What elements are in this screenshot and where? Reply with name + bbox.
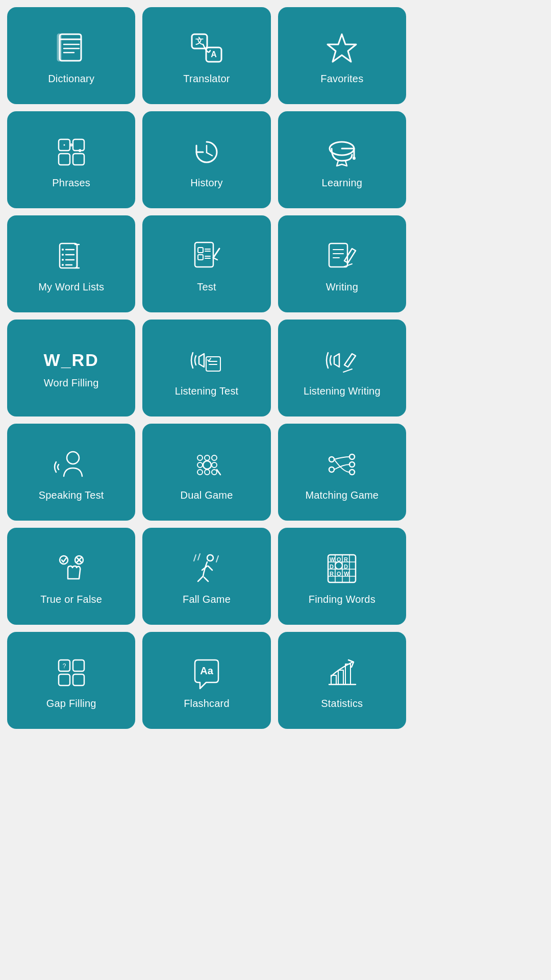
speakingtest-icon — [54, 447, 89, 482]
tile-dual-game[interactable]: Dual Game — [142, 424, 270, 521]
tile-finding-words[interactable]: W O R D D R O W Finding Words — [278, 528, 406, 625]
true-or-false-label: True or False — [40, 594, 102, 605]
svg-point-21 — [353, 157, 356, 160]
svg-rect-104 — [345, 664, 350, 684]
history-label: History — [190, 177, 223, 189]
tile-history[interactable]: History — [142, 111, 270, 208]
svg-rect-5 — [58, 34, 61, 61]
svg-text:W: W — [344, 571, 349, 577]
trueorfalse-icon — [54, 551, 89, 586]
svg-text:R: R — [344, 556, 348, 562]
tile-speaking-test[interactable]: Speaking Test — [7, 424, 135, 521]
findingwords-icon: W O R D D R O W — [324, 551, 360, 586]
listening-writing-label: Listening Writing — [304, 385, 381, 397]
tile-translator[interactable]: 文 A Translator — [142, 7, 270, 104]
svg-point-57 — [205, 455, 210, 460]
svg-point-63 — [205, 470, 210, 475]
word-fill-text: W_RD — [44, 350, 99, 370]
tile-learning[interactable]: Learning — [278, 111, 406, 208]
svg-rect-36 — [198, 248, 203, 253]
svg-rect-12 — [73, 139, 84, 151]
matchinggame-icon — [324, 447, 360, 482]
svg-rect-102 — [331, 675, 336, 684]
svg-point-56 — [197, 455, 203, 460]
tile-matching-game[interactable]: Matching Game — [278, 424, 406, 521]
finding-words-label: Finding Words — [309, 594, 375, 605]
translator-icon: 文 A — [189, 30, 224, 66]
svg-point-75 — [207, 555, 213, 561]
tile-listening-test[interactable]: Listening Test — [142, 320, 270, 416]
svg-point-28 — [62, 259, 64, 261]
matching-game-label: Matching Game — [305, 489, 379, 501]
tile-dictionary[interactable]: Dictionary — [7, 7, 135, 104]
svg-point-26 — [62, 254, 64, 256]
tile-phrases[interactable]: Phrases — [7, 111, 135, 208]
svg-rect-39 — [198, 255, 203, 260]
phrases-icon — [54, 134, 89, 170]
svg-point-62 — [197, 470, 203, 475]
svg-rect-0 — [60, 34, 81, 61]
tile-true-or-false[interactable]: True or False — [7, 528, 135, 625]
tile-listening-writing[interactable]: Listening Writing — [278, 320, 406, 416]
svg-text:?: ? — [62, 663, 66, 670]
svg-rect-103 — [338, 670, 343, 684]
svg-point-55 — [67, 452, 79, 464]
svg-rect-97 — [59, 674, 70, 685]
dictionary-icon — [54, 30, 89, 66]
svg-point-24 — [62, 249, 64, 251]
tile-gap-filling[interactable]: ? Gap Filling — [7, 632, 135, 729]
listeningtest-icon — [189, 342, 224, 378]
learning-icon — [324, 134, 360, 170]
svg-point-67 — [329, 467, 334, 472]
flashcard-icon: Aa — [189, 655, 224, 691]
fallgame-icon — [189, 551, 224, 586]
statistics-label: Statistics — [321, 698, 363, 709]
svg-line-65 — [217, 470, 220, 475]
favorites-icon — [324, 30, 360, 66]
svg-rect-14 — [73, 154, 84, 165]
svg-point-69 — [349, 462, 355, 467]
tile-favorites[interactable]: Favorites — [278, 7, 406, 104]
my-word-lists-label: My Word Lists — [38, 281, 104, 293]
svg-point-64 — [212, 470, 217, 475]
svg-text:D: D — [344, 564, 348, 570]
tile-flashcard[interactable]: Aa Flashcard — [142, 632, 270, 729]
svg-point-59 — [197, 462, 203, 468]
svg-text:文: 文 — [195, 36, 204, 45]
dualgame-icon — [189, 447, 224, 482]
tile-my-word-lists[interactable]: My Word Lists — [7, 215, 135, 312]
svg-text:A: A — [211, 50, 217, 59]
svg-point-66 — [329, 457, 334, 462]
svg-rect-13 — [59, 154, 70, 165]
tile-statistics[interactable]: Statistics — [278, 632, 406, 729]
wordlists-icon — [54, 238, 89, 274]
tile-fall-game[interactable]: Fall Game — [142, 528, 270, 625]
svg-rect-96 — [73, 660, 84, 671]
translator-label: Translator — [183, 73, 230, 85]
svg-point-60 — [203, 461, 211, 469]
learning-label: Learning — [322, 177, 362, 189]
flashcard-label: Flashcard — [184, 698, 230, 709]
app-grid: Dictionary 文 A Translator Favorites — [0, 0, 413, 736]
dictionary-label: Dictionary — [48, 73, 94, 85]
fall-game-label: Fall Game — [183, 594, 231, 605]
svg-point-68 — [349, 454, 355, 459]
svg-marker-53 — [334, 354, 339, 367]
tile-writing[interactable]: Writing — [278, 215, 406, 312]
svg-rect-35 — [195, 242, 213, 267]
tile-word-filling[interactable]: W_RD Word Filling — [7, 320, 135, 416]
svg-text:D: D — [330, 564, 334, 570]
history-icon — [189, 134, 224, 170]
svg-text:W: W — [330, 556, 335, 562]
svg-marker-10 — [328, 34, 356, 62]
svg-text:O: O — [337, 571, 341, 577]
statistics-icon — [324, 655, 360, 691]
gapfilling-icon: ? — [54, 655, 89, 691]
svg-point-30 — [62, 264, 64, 266]
svg-point-70 — [349, 470, 355, 475]
svg-marker-49 — [199, 354, 204, 367]
tile-test[interactable]: Test — [142, 215, 270, 312]
svg-line-78 — [216, 556, 218, 562]
svg-point-90 — [335, 562, 342, 569]
favorites-label: Favorites — [320, 73, 363, 85]
